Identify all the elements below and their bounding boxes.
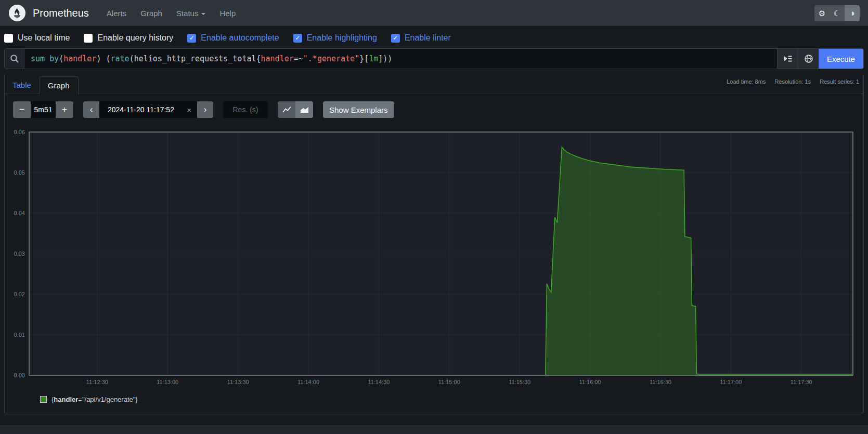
range-input[interactable]	[31, 101, 56, 118]
checkbox-checked-icon[interactable]: ✓	[293, 34, 302, 43]
series-legend-label: {handler="/api/v1/generate"}	[51, 396, 138, 403]
query-token-plain: (	[59, 54, 63, 63]
query-token-duration: 1m	[369, 54, 378, 63]
query-token-plain: }[	[359, 54, 369, 63]
graph-canvas[interactable]: 0.000.010.020.030.040.050.0611:12:3011:1…	[9, 121, 867, 387]
panel-tabbar: Table Graph Load time: 8ms Resolution: 1…	[5, 74, 863, 94]
x-tick-label: 11:17:00	[720, 379, 742, 385]
y-tick-label: 0.01	[14, 332, 25, 338]
graph-controls: − + ‹ 2024-11-20 11:17:52 × ›	[13, 101, 859, 118]
checkbox-label: Enable autocomplete	[201, 33, 279, 43]
checkbox-label: Enable query history	[97, 33, 173, 43]
clear-time-icon[interactable]: ×	[181, 106, 197, 114]
query-token-plain: =~	[294, 54, 303, 63]
query-bar: sum by(handler) (rate(helios_http_reques…	[4, 48, 864, 69]
x-tick-label: 11:13:00	[157, 379, 178, 385]
x-tick-label: 11:15:00	[438, 379, 460, 385]
time-back-chevron-button[interactable]: ‹	[83, 101, 99, 118]
checkbox-checked-icon[interactable]: ✓	[391, 34, 400, 43]
contrast-icon[interactable]: ◑	[845, 5, 860, 21]
line-chart-icon[interactable]	[278, 101, 295, 118]
query-stats: Load time: 8ms Resolution: 1s Result ser…	[719, 78, 859, 85]
stat-resolution: Resolution: 1s	[774, 78, 811, 85]
query-token-keyword: sum	[31, 54, 45, 63]
checkbox-unchecked-icon[interactable]	[4, 34, 13, 43]
query-expression-input[interactable]: sum by(handler) (rate(helios_http_reques…	[24, 49, 777, 69]
x-tick-label: 11:16:00	[579, 379, 601, 385]
graph-chart: 0.000.010.020.030.040.050.0611:12:3011:1…	[9, 121, 859, 387]
stat-result-series: Result series: 1	[820, 78, 859, 85]
query-token-plain: (	[129, 54, 134, 63]
tab-graph[interactable]: Graph	[39, 76, 79, 94]
resolution-input[interactable]	[223, 101, 268, 118]
show-exemplars-button[interactable]: Show Exemplars	[323, 101, 394, 118]
checkbox-label: Use local time	[18, 33, 70, 43]
app-title: Prometheus	[33, 7, 89, 19]
query-token-plain: ]))	[378, 54, 392, 63]
theme-toggle-group: ⚙ ☾ ◑	[814, 5, 860, 21]
query-token-plain	[45, 54, 49, 63]
x-tick-label: 11:14:30	[368, 379, 390, 385]
query-token-plain: ) (	[96, 54, 110, 63]
stacked-chart-icon[interactable]	[295, 101, 313, 118]
checkbox-enable-linter[interactable]: ✓Enable linter	[391, 33, 451, 43]
x-tick-label: 11:12:30	[86, 379, 108, 385]
query-token-keyword: rate	[111, 54, 129, 63]
y-tick-label: 0.05	[14, 169, 25, 176]
settings-gear-icon[interactable]: ⚙	[814, 5, 830, 21]
nav-item-alerts[interactable]: Alerts	[107, 9, 126, 18]
nav-item-status[interactable]: Status	[176, 9, 206, 18]
time-forward-chevron-button[interactable]: ›	[197, 101, 213, 118]
checkbox-unchecked-icon[interactable]	[84, 34, 93, 43]
execute-button[interactable]: Execute	[819, 49, 863, 69]
x-tick-label: 11:15:30	[509, 379, 530, 385]
range-control-group: − +	[13, 101, 73, 118]
metrics-explorer-globe-icon[interactable]	[798, 49, 819, 69]
checkbox-enable-highlighting[interactable]: ✓Enable highlighting	[293, 33, 377, 43]
y-tick-label: 0.00	[14, 372, 25, 378]
checkbox-enable-autocomplete[interactable]: ✓Enable autocomplete	[187, 33, 279, 43]
prometheus-logo-icon	[8, 4, 26, 22]
nav-item-help[interactable]: Help	[219, 9, 236, 18]
x-tick-label: 11:16:30	[650, 379, 671, 385]
datetime-input[interactable]: 2024-11-20 11:17:52 ×	[99, 101, 197, 118]
chevron-down-icon	[201, 13, 205, 15]
checkbox-enable-query-history[interactable]: Enable query history	[84, 33, 173, 43]
query-options-row: Use local timeEnable query history✓Enabl…	[0, 26, 868, 48]
navbar: Prometheus Alerts Graph Status Help ⚙ ☾ …	[0, 0, 868, 26]
explain-tree-icon[interactable]	[777, 49, 798, 69]
y-tick-label: 0.04	[14, 210, 25, 216]
time-control-group: ‹ 2024-11-20 11:17:52 × ›	[83, 101, 213, 118]
x-tick-label: 11:17:30	[791, 379, 812, 385]
checkbox-label: Enable linter	[405, 33, 451, 43]
y-tick-label: 0.02	[14, 291, 25, 297]
query-token-label: handler	[261, 54, 294, 63]
query-panel: Table Graph Load time: 8ms Resolution: 1…	[4, 74, 864, 413]
y-tick-label: 0.06	[14, 129, 25, 135]
dark-mode-moon-icon[interactable]: ☾	[830, 5, 845, 21]
datetime-value: 2024-11-20 11:17:52	[108, 106, 174, 114]
query-token-keyword: by	[49, 54, 59, 63]
checkbox-use-local-time[interactable]: Use local time	[4, 33, 70, 43]
query-token-label: handler	[63, 54, 96, 63]
footer-strip	[0, 425, 868, 434]
chart-type-toggle-group	[278, 101, 313, 118]
x-tick-label: 11:13:30	[227, 379, 249, 385]
query-token-string: ".*generate"	[303, 54, 359, 63]
nav-item-graph[interactable]: Graph	[140, 9, 162, 18]
query-token-plain: {	[256, 54, 261, 63]
search-icon	[5, 49, 24, 69]
checkbox-checked-icon[interactable]: ✓	[187, 34, 196, 43]
range-increase-button[interactable]: +	[56, 101, 73, 118]
range-decrease-button[interactable]: −	[13, 101, 31, 118]
checkbox-label: Enable highlighting	[307, 33, 377, 43]
query-token-metric: helios_http_requests_total	[134, 54, 256, 63]
y-tick-label: 0.03	[14, 251, 25, 257]
graph-panel-body: − + ‹ 2024-11-20 11:17:52 × ›	[5, 94, 863, 413]
x-tick-label: 11:14:00	[297, 379, 319, 385]
stat-load-time: Load time: 8ms	[727, 78, 766, 85]
series-legend-item[interactable]: {handler="/api/v1/generate"}	[40, 396, 859, 403]
series-color-swatch	[40, 396, 47, 403]
tab-table[interactable]: Table	[5, 76, 39, 94]
